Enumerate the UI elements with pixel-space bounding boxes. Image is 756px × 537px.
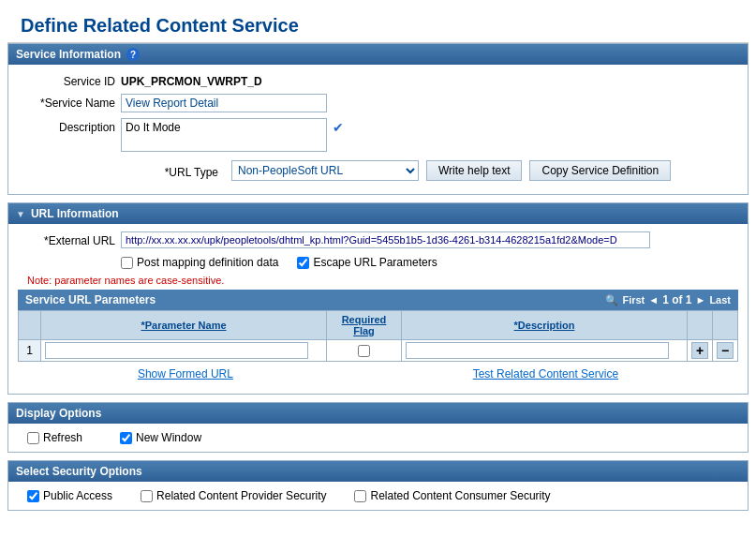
service-name-input[interactable] bbox=[121, 94, 327, 112]
escape-url-label: Escape URL Parameters bbox=[313, 256, 437, 269]
param-name-cell bbox=[41, 340, 327, 362]
external-url-label: *External URL bbox=[18, 231, 121, 247]
service-id-row: Service ID UPK_PRCMON_VWRPT_D bbox=[18, 72, 738, 88]
description-label: Description bbox=[18, 118, 121, 134]
external-url-row: *External URL bbox=[18, 231, 738, 248]
url-info-body: *External URL Post mapping definition da… bbox=[8, 224, 748, 394]
service-name-row: *Service Name bbox=[18, 94, 738, 112]
url-info-title: URL Information bbox=[31, 207, 119, 220]
remove-row-button[interactable]: − bbox=[717, 342, 734, 359]
note-text: Note: parameter names are case-sensitive… bbox=[27, 275, 738, 286]
col-num-header bbox=[19, 311, 41, 340]
col-description-header[interactable]: *Description bbox=[402, 311, 688, 340]
copy-service-btn[interactable]: Copy Service Definition bbox=[529, 160, 671, 181]
escape-url-item: Escape URL Parameters bbox=[297, 256, 437, 269]
description-param-input[interactable] bbox=[406, 342, 669, 359]
security-options-title: Select Security Options bbox=[16, 465, 142, 478]
new-window-item: New Window bbox=[120, 431, 201, 444]
required-flag-checkbox[interactable] bbox=[358, 345, 370, 357]
links-row: Show Formed URL Test Related Content Ser… bbox=[18, 362, 738, 386]
url-type-select[interactable]: Non-PeopleSoft URL PeopleSoft URL Custom bbox=[231, 160, 419, 181]
description-input[interactable]: Do It Mode bbox=[121, 118, 327, 152]
consumer-security-item: Related Content Consumer Security bbox=[354, 489, 550, 502]
public-access-item: Public Access bbox=[27, 489, 112, 502]
url-information-section: ▼ URL Information *External URL Post map… bbox=[7, 202, 749, 395]
description-area: Do It Mode ✔ bbox=[121, 118, 327, 155]
page-title: Define Related Content Service bbox=[7, 6, 749, 43]
security-options-body: Public Access Related Content Provider S… bbox=[8, 482, 748, 510]
provider-security-checkbox[interactable] bbox=[141, 490, 153, 502]
params-table-header: Service URL Parameters 🔍 First ◄ 1 of 1 … bbox=[18, 290, 738, 310]
required-flag-cell bbox=[327, 340, 402, 362]
post-mapping-label: Post mapping definition data bbox=[137, 256, 278, 269]
post-mapping-checkbox[interactable] bbox=[121, 257, 133, 269]
show-formed-url-link[interactable]: Show Formed URL bbox=[138, 367, 233, 380]
spell-check-icon[interactable]: ✔ bbox=[333, 120, 344, 135]
params-table-title: Service URL Parameters bbox=[25, 293, 156, 306]
service-info-header: Service Information ? bbox=[8, 44, 748, 65]
test-service-link[interactable]: Test Related Content Service bbox=[473, 367, 618, 380]
page-indicator: 1 of 1 bbox=[662, 293, 691, 306]
display-options-section: Display Options Refresh New Window bbox=[7, 402, 749, 453]
remove-btn-cell: − bbox=[713, 340, 738, 362]
post-mapping-item: Post mapping definition data bbox=[121, 256, 278, 269]
service-id-label: Service ID bbox=[18, 72, 121, 88]
prev-page-link[interactable]: ◄ bbox=[648, 294, 659, 306]
url-info-header: ▼ URL Information bbox=[8, 203, 748, 224]
first-page-link[interactable]: First bbox=[622, 294, 645, 306]
collapse-arrow-icon[interactable]: ▼ bbox=[16, 209, 25, 219]
col-param-name-header[interactable]: *Parameter Name bbox=[41, 311, 327, 340]
refresh-item: Refresh bbox=[27, 431, 82, 444]
last-page-link[interactable]: Last bbox=[709, 294, 731, 306]
description-row: Description Do It Mode ✔ bbox=[18, 118, 738, 155]
public-access-checkbox[interactable] bbox=[27, 490, 39, 502]
external-url-input[interactable] bbox=[121, 231, 650, 248]
service-info-title: Service Information bbox=[16, 48, 121, 61]
next-page-link[interactable]: ► bbox=[695, 294, 705, 306]
security-options-header: Select Security Options bbox=[8, 461, 748, 482]
mapping-checkbox-row: Post mapping definition data Escape URL … bbox=[121, 256, 738, 269]
refresh-checkbox[interactable] bbox=[27, 432, 39, 444]
provider-security-item: Related Content Provider Security bbox=[141, 489, 326, 502]
col-required-flag-header[interactable]: Required Flag bbox=[327, 311, 402, 340]
url-type-label: *URL Type bbox=[121, 163, 224, 179]
service-name-label: *Service Name bbox=[18, 94, 121, 110]
pagination-controls: 🔍 First ◄ 1 of 1 ► Last bbox=[605, 293, 731, 306]
col-remove-header bbox=[713, 311, 738, 340]
param-name-input[interactable] bbox=[45, 342, 308, 359]
display-options-body: Refresh New Window bbox=[8, 424, 748, 452]
write-help-btn[interactable]: Write help text bbox=[426, 160, 522, 181]
find-icon[interactable]: 🔍 bbox=[605, 294, 618, 306]
new-window-checkbox[interactable] bbox=[120, 432, 132, 444]
row-number: 1 bbox=[19, 340, 41, 362]
table-row: 1 + − bbox=[19, 340, 738, 362]
consumer-security-label: Related Content Consumer Security bbox=[370, 489, 550, 502]
display-options-title: Display Options bbox=[16, 407, 101, 420]
provider-security-label: Related Content Provider Security bbox=[156, 489, 326, 502]
help-icon[interactable]: ? bbox=[126, 48, 140, 61]
params-table: *Parameter Name Required Flag *Descripti… bbox=[18, 310, 738, 362]
service-info-body: Service ID UPK_PRCMON_VWRPT_D *Service N… bbox=[8, 65, 748, 194]
security-options-section: Select Security Options Public Access Re… bbox=[7, 460, 749, 511]
add-row-button[interactable]: + bbox=[691, 342, 708, 359]
consumer-security-checkbox[interactable] bbox=[354, 490, 366, 502]
description-cell bbox=[402, 340, 688, 362]
refresh-label: Refresh bbox=[43, 431, 82, 444]
display-options-header: Display Options bbox=[8, 403, 748, 424]
service-id-value: UPK_PRCMON_VWRPT_D bbox=[121, 72, 262, 88]
url-type-row: *URL Type Non-PeopleSoft URL PeopleSoft … bbox=[121, 160, 738, 181]
col-add-header bbox=[688, 311, 713, 340]
escape-url-checkbox[interactable] bbox=[297, 257, 309, 269]
add-btn-cell: + bbox=[688, 340, 713, 362]
new-window-label: New Window bbox=[136, 431, 201, 444]
service-information-section: Service Information ? Service ID UPK_PRC… bbox=[7, 43, 749, 195]
public-access-label: Public Access bbox=[43, 489, 112, 502]
